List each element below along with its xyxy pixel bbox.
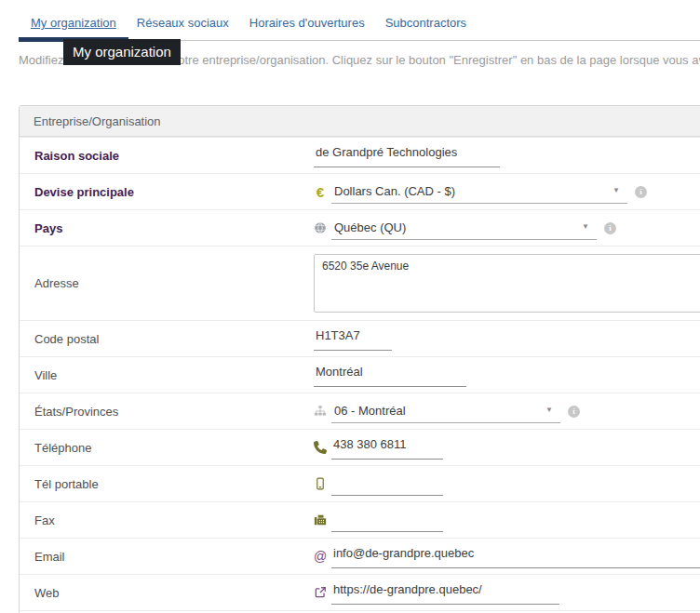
at-icon: @ — [314, 550, 327, 564]
field-row-devise: Devise principale € Dollars Can. (CAD - … — [20, 173, 700, 209]
tab-tooltip: My organization — [63, 39, 181, 65]
tab-reseaux-sociaux[interactable]: Réseaux sociaux — [127, 15, 239, 32]
etats-provinces-select[interactable]: 06 - Montréal ▼ — [331, 400, 560, 423]
chevron-down-icon: ▼ — [612, 187, 620, 194]
adresse-textarea[interactable]: 6520 35e Avenue — [314, 254, 700, 313]
organization-panel: Entreprise/Organisation Raison sociale D… — [19, 105, 700, 613]
devise-value: Dollars Can. (CAD - $) — [331, 184, 455, 198]
telephone-label: Téléphone — [20, 441, 314, 455]
tab-bar: My organization Réseaux sociaux Horaires… — [20, 15, 477, 32]
code-postal-input[interactable] — [314, 327, 392, 351]
field-row-ville: Ville — [20, 356, 700, 393]
info-icon[interactable]: i — [604, 222, 616, 234]
field-row-raison-sociale: Raison sociale — [20, 137, 700, 173]
tab-subcontractors[interactable]: Subcontractors — [375, 15, 477, 32]
info-icon[interactable]: i — [568, 406, 580, 418]
raison-sociale-label: Raison sociale — [20, 149, 314, 163]
tel-portable-label: Tél portable — [20, 477, 314, 491]
chevron-down-icon: ▼ — [582, 223, 589, 231]
field-row-fax: Fax — [20, 501, 700, 538]
code-postal-label: Code postal — [20, 332, 314, 346]
field-row-web: Web — [20, 574, 700, 610]
field-row-pays: Pays Québec (QU) ▼ i — [20, 209, 700, 246]
email-input[interactable] — [331, 545, 700, 568]
devise-label: Devise principale — [20, 185, 314, 199]
mobile-icon — [314, 477, 327, 491]
raison-sociale-input[interactable] — [314, 144, 500, 167]
info-icon[interactable]: i — [635, 186, 647, 198]
adresse-label: Adresse — [20, 276, 314, 290]
ville-label: Ville — [20, 368, 314, 382]
telephone-input[interactable] — [331, 436, 443, 460]
globe-icon — [314, 221, 327, 235]
euro-icon: € — [314, 185, 327, 199]
field-row-etats-provinces: États/Provinces 06 - Montréal ▼ i — [20, 393, 700, 429]
web-input[interactable] — [331, 581, 559, 605]
field-row-telephone: Téléphone — [20, 429, 700, 465]
panel-title: Entreprise/Organisation — [20, 106, 700, 137]
sitemap-icon — [314, 405, 327, 419]
field-row-adresse: Adresse 6520 35e Avenue — [20, 246, 700, 320]
web-label: Web — [20, 586, 314, 600]
etats-provinces-value: 06 - Montréal — [331, 404, 406, 418]
tel-portable-input[interactable] — [331, 473, 443, 496]
pays-select[interactable]: Québec (QU) ▼ — [331, 217, 597, 240]
etats-provinces-label: États/Provinces — [20, 405, 314, 419]
field-row-email: Email @ — [20, 538, 700, 574]
phone-icon — [314, 441, 327, 455]
pays-value: Québec (QU) — [331, 220, 406, 234]
fax-icon — [314, 513, 327, 527]
tab-my-organization[interactable]: My organization — [20, 15, 127, 32]
ville-input[interactable] — [314, 364, 466, 387]
pays-label: Pays — [20, 221, 314, 235]
chevron-down-icon: ▼ — [545, 406, 553, 414]
external-link-icon — [314, 586, 327, 600]
fax-input[interactable] — [331, 509, 443, 532]
tab-horaires-ouvertures[interactable]: Horaires d'ouvertures — [239, 15, 375, 32]
email-label: Email — [20, 550, 314, 564]
fax-label: Fax — [20, 513, 314, 527]
field-row-tel-portable: Tél portable — [20, 465, 700, 501]
devise-select[interactable]: Dollars Can. (CAD - $) ▼ — [331, 180, 627, 204]
field-row-code-postal: Code postal — [20, 320, 700, 356]
